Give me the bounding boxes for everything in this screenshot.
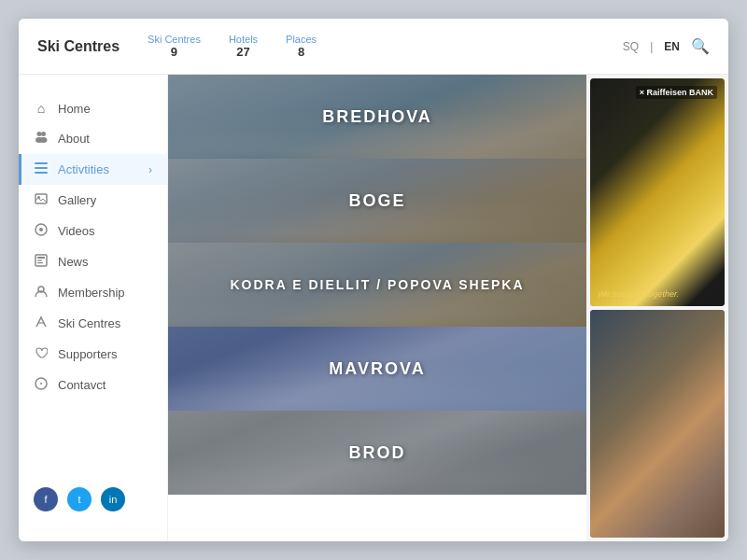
about-icon — [34, 131, 49, 147]
lang-separator: | — [650, 40, 653, 53]
supporters-icon — [34, 346, 49, 362]
svg-point-17 — [40, 383, 42, 385]
ski-item-bredhova[interactable]: BREDHOVA — [168, 75, 586, 159]
home-icon: ⌂ — [34, 101, 49, 116]
ad-card-top[interactable]: × Raiffeisen BANK We succeed together. — [590, 78, 725, 306]
ski-overlay-kodra: KODRA E DIELLIT / POPOVA SHEPKA — [168, 243, 586, 327]
sidebar-item-contact[interactable]: Contavct — [19, 370, 167, 400]
app-container: Ski Centres Ski Centres 9 Hotels 27 Plac… — [19, 19, 728, 541]
svg-rect-5 — [35, 167, 48, 169]
sidebar-social: f t in — [19, 476, 167, 523]
main-content: BREDHOVA BOGE KODRA E DIELLIT / POPOVA S… — [168, 75, 728, 541]
sidebar-item-videos[interactable]: Videos — [19, 216, 167, 246]
sidebar: ⌂ Home About — [19, 75, 168, 541]
ski-overlay-bredhova: BREDHOVA — [168, 75, 586, 159]
contact-icon — [34, 377, 49, 393]
lang-en[interactable]: EN — [664, 40, 680, 53]
nav-places[interactable]: Places 8 — [286, 34, 317, 59]
svg-point-0 — [37, 132, 42, 136]
sidebar-item-supporters[interactable]: Supporters — [19, 339, 167, 370]
svg-rect-12 — [37, 257, 45, 259]
activities-chevron: › — [148, 163, 152, 176]
svg-rect-14 — [37, 262, 43, 263]
sidebar-item-ski-centres[interactable]: Ski Centres — [19, 308, 167, 339]
header-actions: SQ | EN 🔍 — [623, 37, 710, 55]
nav-ski-centres[interactable]: Ski Centres 9 — [148, 34, 201, 59]
svg-rect-6 — [35, 172, 48, 174]
ski-centres-icon — [34, 315, 49, 331]
sidebar-item-news[interactable]: News — [19, 246, 167, 277]
nav-hotels[interactable]: Hotels 27 — [229, 34, 258, 59]
sidebar-item-home[interactable]: ⌂ Home — [19, 93, 167, 123]
svg-rect-4 — [35, 162, 48, 164]
header-logo: Ski Centres — [37, 38, 120, 55]
body-wrap: ⌂ Home About — [19, 75, 728, 541]
ad-caption: We succeed together. — [598, 289, 679, 299]
ski-item-brod[interactable]: BROD — [168, 411, 586, 495]
svg-point-10 — [39, 228, 43, 231]
header: Ski Centres Ski Centres 9 Hotels 27 Plac… — [19, 19, 728, 75]
linkedin-button[interactable]: in — [101, 487, 125, 511]
ski-list: BREDHOVA BOGE KODRA E DIELLIT / POPOVA S… — [168, 75, 586, 541]
svg-point-3 — [40, 137, 48, 143]
ads-panel: × Raiffeisen BANK We succeed together. D… — [586, 75, 728, 541]
gallery-icon — [34, 192, 49, 208]
lang-sq[interactable]: SQ — [623, 40, 639, 53]
sidebar-item-about[interactable]: About — [19, 123, 167, 154]
ad-badge: × Raiffeisen BANK — [636, 86, 717, 99]
facebook-button[interactable]: f — [34, 487, 58, 511]
news-icon — [34, 254, 49, 270]
svg-point-1 — [41, 132, 46, 136]
twitter-button[interactable]: t — [67, 487, 92, 511]
ski-item-kodra[interactable]: KODRA E DIELLIT / POPOVA SHEPKA — [168, 243, 586, 327]
header-nav: Ski Centres 9 Hotels 27 Places 8 — [148, 34, 623, 59]
videos-icon — [34, 223, 49, 239]
ski-item-boge[interactable]: BOGE — [168, 159, 586, 243]
ski-overlay-brod: BROD — [168, 411, 586, 495]
ski-overlay-mavrova: MAVROVA — [168, 327, 586, 411]
membership-icon — [34, 285, 49, 301]
sidebar-item-membership[interactable]: Membership — [19, 277, 167, 308]
svg-rect-13 — [37, 260, 42, 261]
ski-overlay-boge: BOGE — [168, 159, 586, 243]
sidebar-item-activities[interactable]: Activtities › — [19, 154, 167, 185]
ad-card-bottom[interactable]: Do Something Productive — [590, 310, 725, 538]
sidebar-nav: ⌂ Home About — [19, 93, 167, 467]
sidebar-item-gallery[interactable]: Gallery — [19, 185, 167, 216]
search-icon[interactable]: 🔍 — [691, 37, 710, 55]
ski-item-mavrova[interactable]: MAVROVA — [168, 327, 586, 411]
activities-icon — [34, 161, 49, 177]
